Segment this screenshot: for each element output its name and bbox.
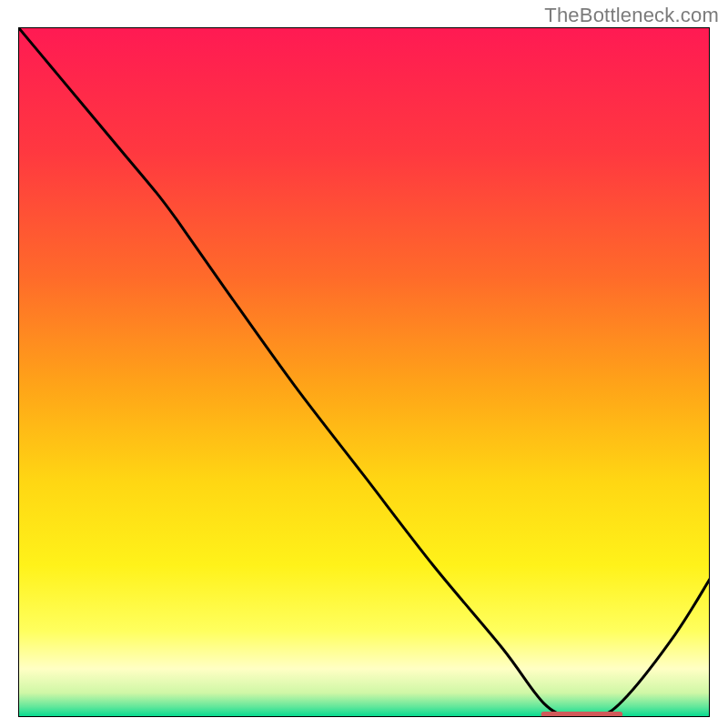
gradient-background: [18, 27, 710, 717]
attribution-label: TheBottleneck.com: [544, 4, 719, 27]
chart-stage: TheBottleneck.com: [0, 0, 728, 728]
bottleneck-chart: [18, 27, 710, 717]
